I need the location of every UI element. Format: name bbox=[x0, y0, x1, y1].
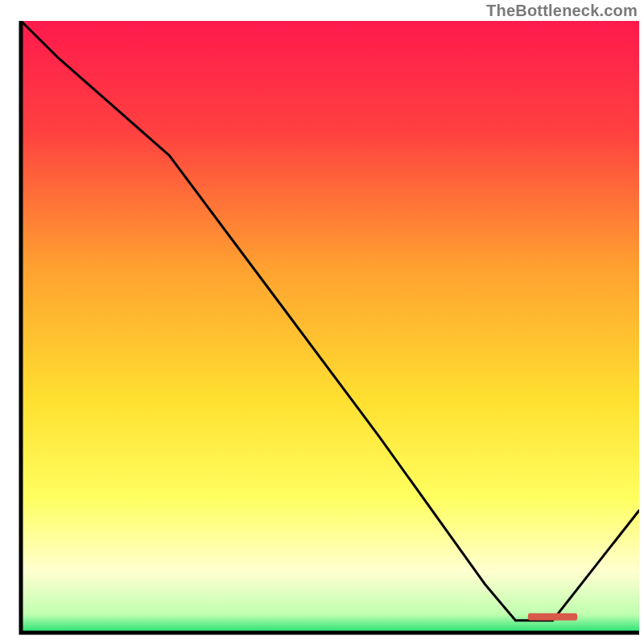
plot-background bbox=[21, 21, 639, 633]
highlight-marker bbox=[528, 613, 577, 621]
chart-stage: TheBottleneck.com bbox=[0, 0, 644, 644]
attribution-label: TheBottleneck.com bbox=[486, 2, 638, 20]
bottleneck-chart bbox=[0, 0, 644, 644]
